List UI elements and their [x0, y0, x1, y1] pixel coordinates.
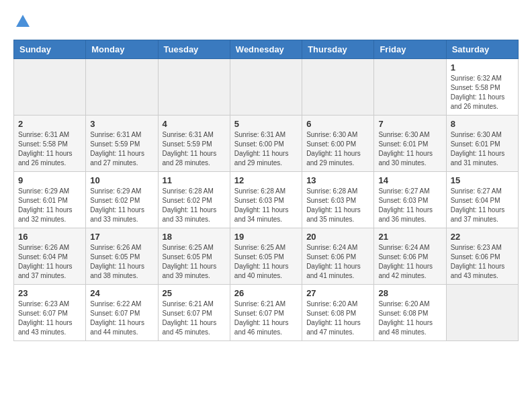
calendar-cell: 23Sunrise: 6:23 AM Sunset: 6:07 PM Dayli…	[14, 285, 86, 341]
header-cell-friday: Friday	[374, 40, 446, 59]
calendar-cell: 18Sunrise: 6:25 AM Sunset: 6:05 PM Dayli…	[158, 228, 230, 285]
day-number: 10	[90, 175, 153, 185]
calendar-cell: 15Sunrise: 6:27 AM Sunset: 6:04 PM Dayli…	[446, 172, 518, 228]
calendar-cell	[446, 285, 518, 341]
calendar-cell: 28Sunrise: 6:20 AM Sunset: 6:08 PM Dayli…	[374, 285, 446, 341]
day-info: Sunrise: 6:28 AM Sunset: 6:02 PM Dayligh…	[163, 187, 226, 224]
calendar-cell: 13Sunrise: 6:28 AM Sunset: 6:03 PM Dayli…	[302, 172, 374, 228]
header-cell-sunday: Sunday	[14, 40, 86, 59]
calendar-cell	[158, 59, 230, 116]
day-number: 8	[451, 119, 514, 129]
day-info: Sunrise: 6:31 AM Sunset: 5:59 PM Dayligh…	[90, 130, 153, 168]
calendar-body: 1Sunrise: 6:32 AM Sunset: 5:58 PM Daylig…	[14, 59, 519, 341]
day-info: Sunrise: 6:31 AM Sunset: 5:58 PM Dayligh…	[18, 130, 81, 168]
day-number: 16	[18, 232, 81, 242]
day-number: 3	[90, 119, 153, 129]
day-number: 28	[378, 288, 441, 298]
day-number: 24	[90, 288, 153, 298]
calendar-week-0: 1Sunrise: 6:32 AM Sunset: 5:58 PM Daylig…	[14, 59, 519, 116]
day-info: Sunrise: 6:30 AM Sunset: 6:00 PM Dayligh…	[306, 130, 369, 168]
calendar-header: SundayMondayTuesdayWednesdayThursdayFrid…	[14, 40, 519, 59]
day-number: 5	[234, 119, 298, 129]
calendar-cell: 12Sunrise: 6:28 AM Sunset: 6:03 PM Dayli…	[230, 172, 302, 228]
day-info: Sunrise: 6:20 AM Sunset: 6:08 PM Dayligh…	[306, 300, 369, 337]
day-info: Sunrise: 6:29 AM Sunset: 6:01 PM Dayligh…	[18, 187, 81, 224]
day-info: Sunrise: 6:30 AM Sunset: 6:01 PM Dayligh…	[451, 130, 514, 168]
logo	[13, 13, 31, 33]
calendar-cell: 14Sunrise: 6:27 AM Sunset: 6:03 PM Dayli…	[374, 172, 446, 228]
calendar-week-2: 9Sunrise: 6:29 AM Sunset: 6:01 PM Daylig…	[14, 172, 519, 228]
calendar-cell: 20Sunrise: 6:24 AM Sunset: 6:06 PM Dayli…	[302, 228, 374, 285]
day-number: 25	[163, 288, 226, 298]
calendar-cell	[14, 59, 86, 116]
day-number: 11	[163, 175, 226, 185]
calendar-week-3: 16Sunrise: 6:26 AM Sunset: 6:04 PM Dayli…	[14, 228, 519, 285]
calendar-week-4: 23Sunrise: 6:23 AM Sunset: 6:07 PM Dayli…	[14, 285, 519, 341]
calendar-cell: 26Sunrise: 6:21 AM Sunset: 6:07 PM Dayli…	[230, 285, 302, 341]
calendar-cell: 3Sunrise: 6:31 AM Sunset: 5:59 PM Daylig…	[86, 116, 158, 172]
header-cell-wednesday: Wednesday	[230, 40, 302, 59]
calendar-cell: 1Sunrise: 6:32 AM Sunset: 5:58 PM Daylig…	[446, 59, 518, 116]
calendar-cell: 7Sunrise: 6:30 AM Sunset: 6:01 PM Daylig…	[374, 116, 446, 172]
header-cell-saturday: Saturday	[446, 40, 518, 59]
calendar-cell: 2Sunrise: 6:31 AM Sunset: 5:58 PM Daylig…	[14, 116, 86, 172]
logo-text	[13, 13, 31, 33]
day-number: 2	[18, 119, 81, 129]
day-info: Sunrise: 6:26 AM Sunset: 6:04 PM Dayligh…	[18, 243, 81, 281]
day-info: Sunrise: 6:25 AM Sunset: 6:05 PM Dayligh…	[234, 243, 298, 281]
logo-icon	[15, 13, 31, 30]
calendar-cell: 19Sunrise: 6:25 AM Sunset: 6:05 PM Dayli…	[230, 228, 302, 285]
day-number: 1	[451, 62, 514, 73]
day-info: Sunrise: 6:31 AM Sunset: 6:00 PM Dayligh…	[234, 130, 298, 168]
day-info: Sunrise: 6:28 AM Sunset: 6:03 PM Dayligh…	[234, 187, 298, 224]
calendar-cell: 17Sunrise: 6:26 AM Sunset: 6:05 PM Dayli…	[86, 228, 158, 285]
day-number: 18	[163, 232, 226, 242]
day-number: 9	[18, 175, 81, 185]
calendar-cell: 9Sunrise: 6:29 AM Sunset: 6:01 PM Daylig…	[14, 172, 86, 228]
page-header	[13, 13, 519, 33]
day-info: Sunrise: 6:27 AM Sunset: 6:04 PM Dayligh…	[451, 187, 514, 224]
day-number: 19	[234, 232, 298, 242]
day-info: Sunrise: 6:28 AM Sunset: 6:03 PM Dayligh…	[306, 187, 369, 224]
day-number: 12	[234, 175, 298, 185]
header-cell-tuesday: Tuesday	[158, 40, 230, 59]
day-info: Sunrise: 6:21 AM Sunset: 6:07 PM Dayligh…	[234, 300, 298, 337]
day-info: Sunrise: 6:23 AM Sunset: 6:07 PM Dayligh…	[18, 300, 81, 337]
day-number: 17	[90, 232, 153, 242]
calendar-cell: 11Sunrise: 6:28 AM Sunset: 6:02 PM Dayli…	[158, 172, 230, 228]
day-number: 4	[163, 119, 226, 129]
calendar-cell	[230, 59, 302, 116]
header-row: SundayMondayTuesdayWednesdayThursdayFrid…	[14, 40, 519, 59]
day-info: Sunrise: 6:24 AM Sunset: 6:06 PM Dayligh…	[306, 243, 369, 281]
day-info: Sunrise: 6:25 AM Sunset: 6:05 PM Dayligh…	[163, 243, 226, 281]
calendar-cell	[302, 59, 374, 116]
calendar-cell: 24Sunrise: 6:22 AM Sunset: 6:07 PM Dayli…	[86, 285, 158, 341]
calendar-cell: 25Sunrise: 6:21 AM Sunset: 6:07 PM Dayli…	[158, 285, 230, 341]
day-info: Sunrise: 6:29 AM Sunset: 6:02 PM Dayligh…	[90, 187, 153, 224]
day-info: Sunrise: 6:24 AM Sunset: 6:06 PM Dayligh…	[378, 243, 441, 281]
header-cell-monday: Monday	[86, 40, 158, 59]
calendar-cell: 5Sunrise: 6:31 AM Sunset: 6:00 PM Daylig…	[230, 116, 302, 172]
day-info: Sunrise: 6:20 AM Sunset: 6:08 PM Dayligh…	[378, 300, 441, 337]
day-number: 13	[306, 175, 369, 185]
day-number: 22	[451, 232, 514, 242]
day-info: Sunrise: 6:23 AM Sunset: 6:06 PM Dayligh…	[451, 243, 514, 281]
day-info: Sunrise: 6:26 AM Sunset: 6:05 PM Dayligh…	[90, 243, 153, 281]
day-number: 15	[451, 175, 514, 185]
day-info: Sunrise: 6:21 AM Sunset: 6:07 PM Dayligh…	[163, 300, 226, 337]
day-number: 14	[378, 175, 441, 185]
day-number: 20	[306, 232, 369, 242]
day-number: 26	[234, 288, 298, 298]
calendar-table: SundayMondayTuesdayWednesdayThursdayFrid…	[13, 40, 519, 341]
header-cell-thursday: Thursday	[302, 40, 374, 59]
calendar-cell	[374, 59, 446, 116]
calendar-week-1: 2Sunrise: 6:31 AM Sunset: 5:58 PM Daylig…	[14, 116, 519, 172]
day-info: Sunrise: 6:27 AM Sunset: 6:03 PM Dayligh…	[378, 187, 441, 224]
day-number: 21	[378, 232, 441, 242]
day-number: 27	[306, 288, 369, 298]
day-info: Sunrise: 6:22 AM Sunset: 6:07 PM Dayligh…	[90, 300, 153, 337]
calendar-cell: 22Sunrise: 6:23 AM Sunset: 6:06 PM Dayli…	[446, 228, 518, 285]
day-info: Sunrise: 6:31 AM Sunset: 5:59 PM Dayligh…	[163, 130, 226, 168]
day-number: 7	[378, 119, 441, 129]
calendar-cell	[86, 59, 158, 116]
